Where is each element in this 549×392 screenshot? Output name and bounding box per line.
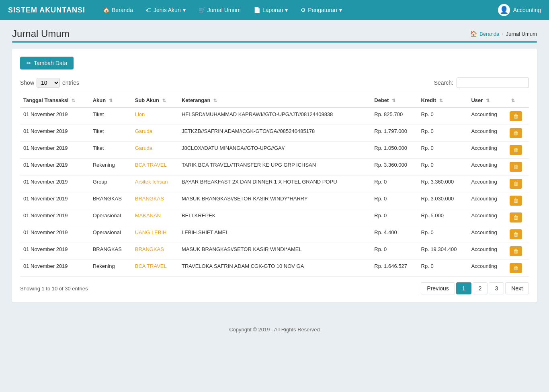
delete-button[interactable]: 🗑 <box>510 128 522 138</box>
cell-action: 🗑 <box>506 176 529 192</box>
data-table: Tanggal Transaksi ⇅ Akun ⇅ Sub Akun ⇅ Ke… <box>20 93 529 277</box>
delete-button[interactable]: 🗑 <box>510 212 522 223</box>
cell-sub-akun: Arsitek Ichsan <box>132 176 178 192</box>
file-icon: 📄 <box>254 7 260 13</box>
cell-tanggal: 01 November 2019 <box>20 125 90 142</box>
cell-debet: Rp. 1.797.000 <box>371 125 418 142</box>
cell-keterangan: J8CLOX//DATU MINANGA//GTO-UPG//GA// <box>178 142 371 159</box>
page-title: Jurnal Umum <box>12 28 70 39</box>
cell-debet: Rp. 0 <box>371 243 418 260</box>
cell-action: 🗑 <box>506 159 529 176</box>
delete-button[interactable]: 🗑 <box>510 196 522 206</box>
delete-button[interactable]: 🗑 <box>510 229 522 239</box>
pencil-icon: ✏ <box>27 60 31 66</box>
cell-user: Accounting <box>468 226 506 243</box>
delete-button[interactable]: 🗑 <box>510 263 522 273</box>
next-button[interactable]: Next <box>505 282 529 294</box>
cell-tanggal: 01 November 2019 <box>20 260 90 277</box>
cell-user: Accounting <box>468 125 506 142</box>
breadcrumb-home-icon: 🏠 <box>470 31 477 37</box>
toolbar: ✏ Tambah Data <box>20 57 529 69</box>
page-button-2[interactable]: 2 <box>473 282 488 294</box>
col-keterangan[interactable]: Keterangan ⇅ <box>178 93 371 108</box>
cell-user: Accounting <box>468 142 506 159</box>
cell-akun: Tiket <box>90 125 132 142</box>
cell-kredit: Rp. 0 <box>418 142 468 159</box>
prev-button[interactable]: Previous <box>421 282 455 294</box>
col-akun[interactable]: Akun ⇅ <box>90 93 132 108</box>
nav-item-laporan[interactable]: 📄 Laporan ▾ <box>248 4 293 16</box>
cell-user: Accounting <box>468 159 506 176</box>
page-button-1[interactable]: 1 <box>456 282 471 294</box>
search-box: Search: <box>434 78 529 88</box>
cell-kredit: Rp. 3.360.000 <box>418 176 468 192</box>
page-container: Jurnal Umum 🏠 Beranda › Jurnal Umum ✏ Ta… <box>0 20 549 310</box>
delete-button[interactable]: 🗑 <box>510 111 522 121</box>
nav-item-pengaturan[interactable]: ⚙ Pengaturan ▾ <box>295 4 347 16</box>
cell-sub-akun: BRANGKAS <box>132 243 178 260</box>
delete-button[interactable]: 🗑 <box>510 145 522 155</box>
user-name: Accounting <box>513 7 541 13</box>
nav-label-pengaturan: Pengaturan <box>308 7 337 13</box>
user-icon: 👤 <box>500 6 508 14</box>
col-user[interactable]: User ⇅ <box>468 93 506 108</box>
nav-item-beranda[interactable]: 🏠 Beranda <box>97 4 139 16</box>
nav-label-jenis-akun: Jenis Akun <box>154 7 181 13</box>
cell-kredit: Rp. 3.030.000 <box>418 192 468 209</box>
sort-icon-sub-akun: ⇅ <box>162 98 166 103</box>
home-icon: 🏠 <box>103 7 110 13</box>
cell-akun: BRANGKAS <box>90 192 132 209</box>
entries-select[interactable]: 10 25 50 100 <box>37 78 60 88</box>
cell-debet: Rp. 1.646.527 <box>371 260 418 277</box>
delete-button[interactable]: 🗑 <box>510 179 522 189</box>
cell-keterangan: TRAVELOKA SAFRIN ADAM CGK-GTO 10 NOV GA <box>178 260 371 277</box>
cell-user: Accounting <box>468 243 506 260</box>
sort-icon-kredit: ⇅ <box>439 98 443 103</box>
cell-user: Accounting <box>468 108 506 125</box>
main-card: ✏ Tambah Data Show 10 25 50 100 entries … <box>12 49 537 302</box>
user-menu[interactable]: 👤 Accounting <box>498 4 541 16</box>
col-kredit[interactable]: Kredit ⇅ <box>418 93 468 108</box>
footer: Copyright © 2019 . All Rights Reserved <box>0 318 549 341</box>
breadcrumb: 🏠 Beranda › Jurnal Umum <box>470 31 537 37</box>
breadcrumb-current: Jurnal Umum <box>506 31 537 37</box>
cell-keterangan: HFLSRD//MUHAMMAD KAPRAWI//GTO-UPG//JT//0… <box>178 108 371 125</box>
sort-icon-user: ⇅ <box>486 98 490 103</box>
delete-button[interactable]: 🗑 <box>510 162 522 172</box>
add-button-label: Tambah Data <box>34 60 67 66</box>
table-controls: Show 10 25 50 100 entries Search: <box>20 78 529 88</box>
cell-sub-akun: BRANGKAS <box>132 192 178 209</box>
sort-icon-keterangan: ⇅ <box>213 98 217 103</box>
pagination-section: Showing 1 to 10 of 30 entries Previous 1… <box>20 282 529 294</box>
add-button[interactable]: ✏ Tambah Data <box>20 57 74 69</box>
nav-item-jurnal-umum[interactable]: 🛒 Jurnal Umum <box>193 4 246 16</box>
show-label: Show <box>20 80 34 86</box>
col-tanggal[interactable]: Tanggal Transaksi ⇅ <box>20 93 90 108</box>
col-debet[interactable]: Debet ⇅ <box>371 93 418 108</box>
cell-action: 🗑 <box>506 108 529 125</box>
delete-button[interactable]: 🗑 <box>510 246 522 256</box>
cell-tanggal: 01 November 2019 <box>20 243 90 260</box>
cell-tanggal: 01 November 2019 <box>20 209 90 226</box>
breadcrumb-home[interactable]: Beranda <box>479 31 499 37</box>
cell-keterangan: BAYAR BREAKFAST 2X DAN DINNER 1 X HOTEL … <box>178 176 371 192</box>
page-button-3[interactable]: 3 <box>489 282 504 294</box>
cell-keterangan: MASUK BRANGKAS//SETOR KASIR WINDY*HARRY <box>178 192 371 209</box>
cell-tanggal: 01 November 2019 <box>20 176 90 192</box>
search-input[interactable] <box>457 78 529 88</box>
navbar: SISTEM AKUNTANSI 🏠 Beranda 🏷 Jenis Akun … <box>0 0 549 20</box>
nav-item-jenis-akun[interactable]: 🏷 Jenis Akun ▾ <box>140 4 191 16</box>
cell-kredit: Rp. 0 <box>418 108 468 125</box>
col-action: ⇅ <box>506 93 529 108</box>
col-sub-akun[interactable]: Sub Akun ⇅ <box>132 93 178 108</box>
table-row: 01 November 2019 Rekening BCA TRAVEL TRA… <box>20 260 529 277</box>
cell-akun: Rekening <box>90 260 132 277</box>
cell-akun: Tiket <box>90 142 132 159</box>
pagination: Previous 1 2 3 Next <box>421 282 529 294</box>
cell-akun: Operasional <box>90 226 132 243</box>
cell-kredit: Rp. 0 <box>418 125 468 142</box>
table-row: 01 November 2019 Operasional MAKANAN BEL… <box>20 209 529 226</box>
cell-keterangan: LEBIH SHIFT AMEL <box>178 226 371 243</box>
nav-label-beranda: Beranda <box>112 7 133 13</box>
cell-user: Accounting <box>468 192 506 209</box>
